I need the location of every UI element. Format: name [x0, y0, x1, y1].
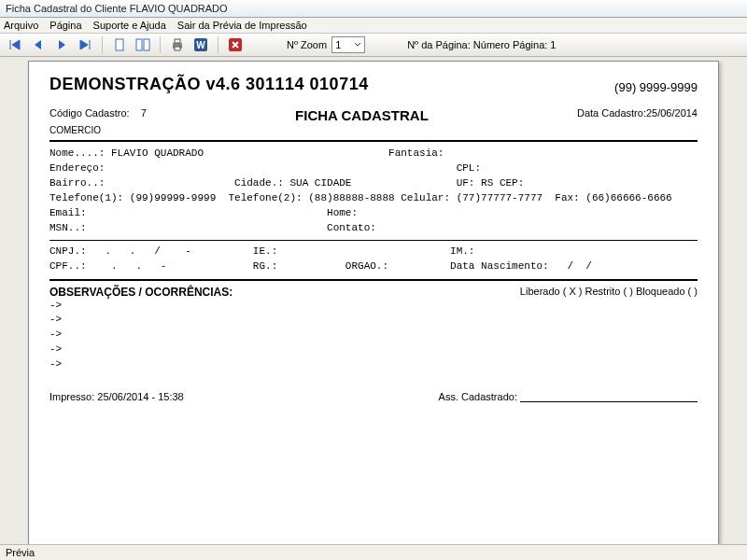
preview-area[interactable]: DEMONSTRAÇÃO v4.6 301114 010714 (99) 999… [0, 57, 747, 544]
window-titlebar: Ficha Cadastral do Cliente FLAVIO QUADRA… [0, 0, 747, 18]
zoom-label: Nº Zoom [287, 39, 327, 50]
svg-rect-5 [175, 47, 180, 50]
obs-lines: -> -> -> -> -> [49, 299, 698, 373]
doc-categoria: COMERCIO [49, 125, 698, 135]
menu-pagina[interactable]: Página [49, 20, 81, 31]
data-cadastro: Data Cadastro:25/06/2014 [577, 107, 698, 123]
menu-arquivo[interactable]: Arquivo [4, 20, 38, 31]
menu-suporte[interactable]: Suporte e Ajuda [93, 20, 166, 31]
divider [49, 279, 698, 281]
impresso: Impresso: 25/06/2014 - 15:38 [49, 391, 184, 402]
print-icon[interactable] [168, 36, 187, 53]
codigo-cadastro: Código Cadastro: 7 [49, 107, 147, 123]
svg-text:W: W [196, 40, 205, 50]
page-value: Número Página: 1 [473, 39, 557, 50]
nav-prev-icon[interactable] [29, 36, 48, 53]
window-title: Ficha Cadastral do Cliente FLAVIO QUADRA… [6, 3, 228, 14]
toolbar-separator [160, 36, 161, 53]
impresso-value: 25/06/2014 - 15:38 [97, 391, 183, 402]
svg-rect-0 [116, 39, 123, 50]
svg-rect-4 [175, 39, 180, 43]
statusbar: Prévia [0, 544, 747, 560]
signature-line [520, 401, 698, 402]
close-preview-icon[interactable] [226, 36, 245, 53]
client-info-block: Nome....: FLAVIO QUADRADO Fantasia: Ende… [49, 147, 698, 236]
toolbar-separator [102, 36, 103, 53]
svg-rect-1 [136, 39, 142, 50]
menu-sair[interactable]: Sair da Prévia de Impressão [177, 20, 307, 31]
zoom-value: 1 [335, 39, 341, 50]
page-label-text: Nº da Página: [407, 39, 471, 50]
export-word-icon[interactable]: W [191, 36, 210, 53]
menubar: Arquivo Página Suporte e Ajuda Sair da P… [0, 18, 747, 34]
doc-ids-block: CNPJ.: . . / - IE.: IM.: CPF..: . . - RG… [49, 245, 698, 274]
divider [49, 240, 698, 241]
status-text: Prévia [6, 547, 35, 558]
divider [49, 140, 698, 142]
page-number-label: Nº da Página: Número Página: 1 [407, 39, 556, 50]
toolbar-separator [218, 36, 218, 53]
obs-flags: Liberado ( X ) Restrito ( ) Bloqueado ( … [520, 286, 698, 299]
codigo-value: 7 [141, 107, 147, 119]
nav-last-icon[interactable] [76, 36, 94, 53]
chevron-down-icon [354, 41, 361, 49]
page-single-icon[interactable] [110, 36, 129, 53]
doc-demo-title: DEMONSTRAÇÃO v4.6 301114 010714 [49, 75, 369, 94]
page-double-icon[interactable] [134, 36, 152, 53]
toolbar: W Nº Zoom 1 Nº da Página: Número Página:… [0, 34, 747, 57]
data-cad-label: Data Cadastro: [577, 107, 646, 119]
zoom-select[interactable]: 1 [331, 36, 365, 53]
assinatura: Ass. Cadastrado: [439, 391, 698, 402]
document-page: DEMONSTRAÇÃO v4.6 301114 010714 (99) 999… [28, 61, 719, 544]
doc-main-title: FICHA CADASTRAL [295, 107, 429, 123]
data-cad-value: 25/06/2014 [646, 107, 698, 119]
doc-phone: (99) 9999-9999 [614, 80, 698, 94]
ass-label: Ass. Cadastrado: [439, 391, 517, 402]
nav-first-icon[interactable] [6, 36, 24, 53]
codigo-label: Código Cadastro: [49, 107, 130, 119]
impresso-label: Impresso: [49, 391, 94, 402]
obs-title: OBSERVAÇÕES / OCORRÊNCIAS: [49, 286, 233, 299]
nav-next-icon[interactable] [52, 36, 71, 53]
svg-rect-2 [144, 39, 149, 50]
